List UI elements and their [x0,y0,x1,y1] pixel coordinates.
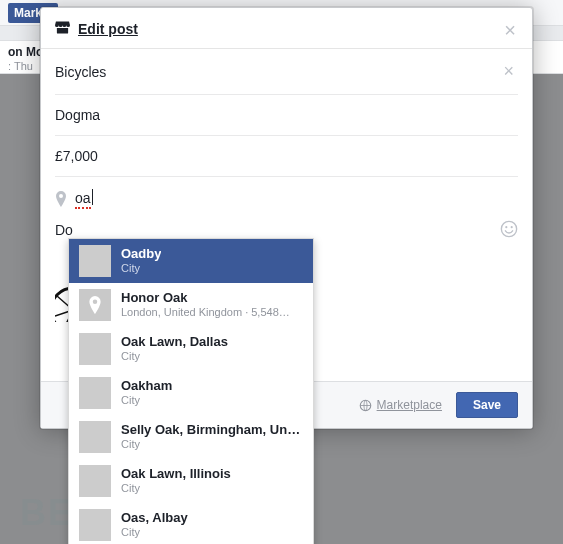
pin-icon [55,191,69,205]
suggestion-title: Oak Lawn, Dallas [121,334,228,350]
title-input[interactable] [55,64,499,80]
suggestion-thumbnail [79,377,111,409]
suggestion-item[interactable]: OakhamCity [69,371,313,415]
suggestion-text: Oak Lawn, DallasCity [121,334,228,364]
suggestion-title: Oadby [121,246,161,262]
svg-point-2 [511,226,513,228]
description-text[interactable]: Do [55,222,73,238]
close-icon[interactable]: × [500,20,520,40]
emoji-icon[interactable] [500,220,518,238]
suggestion-title: Honor Oak [121,290,290,306]
suggestion-subtitle: City [121,262,161,276]
suggestion-subtitle: City [121,350,228,364]
save-button[interactable]: Save [456,392,518,418]
modal-title: Edit post [78,21,138,37]
title-field: × [55,49,518,95]
suggestion-subtitle: City [121,394,172,408]
text-caret [92,189,93,205]
suggestion-thumbnail [79,245,111,277]
price-field [55,136,518,177]
suggestion-subtitle: City [121,482,231,496]
location-input[interactable]: oa [75,189,93,206]
suggestion-item[interactable]: Oas, AlbayCity [69,503,313,544]
suggestion-title: Oak Lawn, Illinois [121,466,231,482]
marketplace-label: Marketplace [377,398,442,412]
modal-header: Edit post × [41,8,532,49]
suggestion-subtitle: London, United Kingdom · 5,548… [121,306,290,320]
suggestion-item[interactable]: Oak Lawn, DallasCity [69,327,313,371]
suggestion-title: Oas, Albay [121,510,188,526]
suggestion-text: Honor OakLondon, United Kingdom · 5,548… [121,290,290,320]
suggestion-subtitle: City [121,526,188,540]
subtitle-input[interactable] [55,107,518,123]
bg-strip-sub: : Thu [8,60,33,72]
shop-icon [55,20,70,37]
suggestion-item[interactable]: Honor OakLondon, United Kingdom · 5,548… [69,283,313,327]
suggestion-text: Oak Lawn, IllinoisCity [121,466,231,496]
suggestion-title: Selly Oak, Birmingham, Unite… [121,422,303,438]
suggestion-text: Selly Oak, Birmingham, Unite…City [121,422,303,452]
globe-icon [359,399,372,412]
svg-point-1 [505,226,507,228]
suggestion-thumbnail [79,465,111,497]
suggestion-subtitle: City [121,438,303,452]
suggestion-title: Oakham [121,378,172,394]
suggestion-text: OakhamCity [121,378,172,408]
suggestion-thumbnail [79,509,111,541]
suggestion-item[interactable]: Oak Lawn, IllinoisCity [69,459,313,503]
svg-point-0 [501,221,516,236]
marketplace-link[interactable]: Marketplace [359,398,442,412]
clear-title-icon[interactable]: × [499,61,518,82]
suggestion-item[interactable]: Selly Oak, Birmingham, Unite…City [69,415,313,459]
location-field: oa [55,177,518,212]
suggestion-thumbnail [79,289,111,321]
suggestion-thumbnail [79,333,111,365]
suggestion-item[interactable]: OadbyCity [69,239,313,283]
bg-strip-title: on Mo [8,45,43,59]
suggestion-text: OadbyCity [121,246,161,276]
location-value: oa [75,190,91,209]
suggestion-thumbnail [79,421,111,453]
price-input[interactable] [55,148,518,164]
subtitle-field [55,95,518,136]
suggestion-text: Oas, AlbayCity [121,510,188,540]
description-row: Do [55,212,518,238]
location-suggestions-dropdown: OadbyCityHonor OakLondon, United Kingdom… [68,238,314,544]
